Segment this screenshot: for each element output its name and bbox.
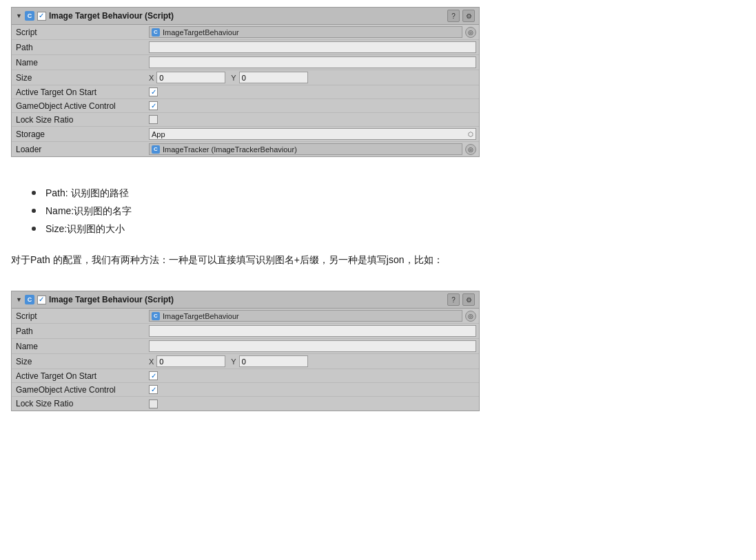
value-active-target-1 xyxy=(146,86,479,98)
help-icon-1[interactable]: ? xyxy=(447,10,460,22)
row-path-2: Path xyxy=(12,324,479,339)
inspector-panel-1: ▼ C Image Target Behaviour (Script) ? ⚙ … xyxy=(11,7,480,157)
loader-value-1: ImageTracker (ImageTrackerBehaviour) xyxy=(163,145,297,154)
row-active-target-1: Active Target On Start xyxy=(12,85,479,99)
row-gameobject-2: GameObject Active Control xyxy=(12,383,479,397)
inspector-header-1: ▼ C Image Target Behaviour (Script) ? ⚙ xyxy=(12,8,479,25)
row-script-2: Script C ImageTargetBehaviour ◎ xyxy=(12,309,479,324)
label-locksize-2: Lock Size Ratio xyxy=(12,397,146,410)
loader-field-1[interactable]: C ImageTracker (ImageTrackerBehaviour) xyxy=(149,143,462,155)
gameobject-checkbox-1[interactable] xyxy=(149,101,158,110)
paragraph-text: 对于Path 的配置，我们有两种方法：一种是可以直接填写识别图名+后缀，另一种是… xyxy=(11,252,742,267)
header-icons-2: ? ⚙ xyxy=(447,293,475,306)
script-value-2: ImageTargetBehaviour xyxy=(163,312,239,320)
row-locksize-1: Lock Size Ratio xyxy=(12,113,479,127)
bullet-dot-2 xyxy=(32,209,36,213)
component-icon-1: C xyxy=(25,11,34,21)
value-path-1 xyxy=(146,40,479,54)
value-name-2 xyxy=(146,339,479,353)
panel-title-2: Image Target Behaviour (Script) xyxy=(49,295,445,304)
path-input-1[interactable] xyxy=(149,41,476,53)
component-icon-2: C xyxy=(25,295,34,304)
storage-dropdown-1[interactable]: App ⬡ xyxy=(149,128,476,140)
size-y-input-1[interactable] xyxy=(239,72,308,83)
size-x-label-1: X xyxy=(149,74,154,82)
row-gameobject-1: GameObject Active Control xyxy=(12,99,479,113)
size-fields-2: X Y xyxy=(149,355,308,367)
row-loader-1: Loader C ImageTracker (ImageTrackerBehav… xyxy=(12,142,479,156)
enable-checkbox-2[interactable] xyxy=(37,295,46,304)
size-x-input-1[interactable] xyxy=(156,72,225,83)
script-target-btn-1[interactable]: ◎ xyxy=(465,27,476,38)
value-active-target-2 xyxy=(146,370,479,382)
label-active-target-2: Active Target On Start xyxy=(12,370,146,382)
label-script-2: Script xyxy=(12,310,146,322)
value-gameobject-1 xyxy=(146,100,479,112)
value-name-1 xyxy=(146,55,479,70)
label-size-2: Size xyxy=(12,355,146,368)
size-x-label-2: X xyxy=(149,357,154,366)
label-path-1: Path xyxy=(12,41,146,54)
value-size-1: X Y xyxy=(146,70,479,85)
value-gameobject-2 xyxy=(146,384,479,395)
locksize-checkbox-2[interactable] xyxy=(149,400,158,408)
size-y-label-1: Y xyxy=(231,74,236,82)
script-target-btn-2[interactable]: ◎ xyxy=(465,311,476,322)
settings-icon-1[interactable]: ⚙ xyxy=(462,10,475,22)
bullet-dot-1 xyxy=(32,191,36,195)
label-script-1: Script xyxy=(12,26,146,39)
expand-arrow-1[interactable]: ▼ xyxy=(16,12,22,19)
storage-value-1: App xyxy=(152,130,165,138)
name-input-1[interactable] xyxy=(149,56,476,68)
help-icon-2[interactable]: ? xyxy=(447,293,460,306)
label-gameobject-2: GameObject Active Control xyxy=(12,384,146,396)
enable-checkbox-1[interactable] xyxy=(37,12,46,21)
list-item-2: Name:识别图的名字 xyxy=(11,203,742,220)
value-script-2: C ImageTargetBehaviour ◎ xyxy=(146,309,479,323)
header-icons-1: ? ⚙ xyxy=(447,10,475,22)
value-script-1: C ImageTargetBehaviour ◎ xyxy=(146,25,479,39)
label-loader-1: Loader xyxy=(12,143,146,156)
row-storage-1: Storage App ⬡ xyxy=(12,127,479,142)
label-storage-1: Storage xyxy=(12,128,146,141)
bullet-dot-3 xyxy=(32,227,36,231)
locksize-checkbox-1[interactable] xyxy=(149,115,158,124)
storage-arrow-1: ⬡ xyxy=(468,131,473,138)
bullet-text-2: Name:识别图的名字 xyxy=(45,205,132,218)
row-locksize-2: Lock Size Ratio xyxy=(12,397,479,411)
active-target-checkbox-1[interactable] xyxy=(149,87,158,96)
gameobject-checkbox-2[interactable] xyxy=(149,385,158,394)
loader-target-btn-1[interactable]: ◎ xyxy=(465,144,476,155)
row-script-1: Script C ImageTargetBehaviour ◎ xyxy=(12,25,479,40)
size-fields-1: X Y xyxy=(149,72,308,83)
row-active-target-2: Active Target On Start xyxy=(12,369,479,383)
expand-arrow-2[interactable]: ▼ xyxy=(16,296,22,303)
row-name-2: Name xyxy=(12,339,479,354)
panel-title-1: Image Target Behaviour (Script) xyxy=(49,11,445,21)
row-size-1: Size X Y xyxy=(12,70,479,85)
label-name-1: Name xyxy=(12,56,146,69)
inspector-header-2: ▼ C Image Target Behaviour (Script) ? ⚙ xyxy=(12,291,479,309)
content-area: Path: 识别图的路径 Name:识别图的名字 Size:识别图的大小 对于P… xyxy=(11,171,742,291)
label-gameobject-1: GameObject Active Control xyxy=(12,100,146,112)
list-item-3: Size:识别图的大小 xyxy=(11,220,742,238)
size-y-input-2[interactable] xyxy=(239,355,308,367)
active-target-checkbox-2[interactable] xyxy=(149,371,158,380)
label-size-1: Size xyxy=(12,72,146,84)
row-name-1: Name xyxy=(12,55,479,70)
settings-icon-2[interactable]: ⚙ xyxy=(462,293,475,306)
inspector-panel-2: ▼ C Image Target Behaviour (Script) ? ⚙ … xyxy=(11,291,480,411)
label-active-target-1: Active Target On Start xyxy=(12,86,146,98)
value-locksize-2 xyxy=(146,398,479,410)
loader-icon-1: C xyxy=(152,145,160,154)
size-x-input-2[interactable] xyxy=(156,355,225,367)
script-field-2[interactable]: C ImageTargetBehaviour xyxy=(149,310,462,322)
bullet-text-1: Path: 识别图的路径 xyxy=(45,187,129,200)
name-input-2[interactable] xyxy=(149,340,476,352)
script-field-1[interactable]: C ImageTargetBehaviour xyxy=(149,26,462,38)
row-path-1: Path xyxy=(12,40,479,55)
value-locksize-1 xyxy=(146,114,479,125)
path-input-2[interactable] xyxy=(149,325,476,337)
value-size-2: X Y xyxy=(146,354,479,369)
script-icon-1: C xyxy=(152,28,160,37)
